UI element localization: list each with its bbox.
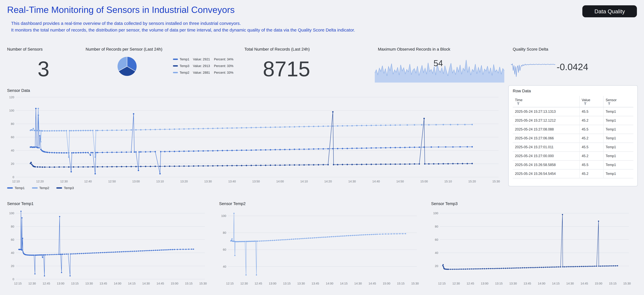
legend-label: Temp2 <box>39 186 50 190</box>
legend-name: Temp1 <box>180 57 193 61</box>
legend-swatch-temp3 <box>56 187 62 189</box>
value-label: Value: <box>193 71 202 75</box>
sensor-data-chart[interactable]: 02040608010012012:1012:2012:3012:4012:50… <box>4 95 503 184</box>
svg-text:12:20: 12:20 <box>36 180 44 183</box>
legend-swatch-temp1 <box>173 59 178 60</box>
filter-icon[interactable] <box>517 102 520 105</box>
value-label: Value: <box>193 57 202 61</box>
legend-swatch-temp3 <box>173 65 178 67</box>
svg-text:15:30: 15:30 <box>199 282 207 285</box>
legend-item-temp1[interactable]: Temp1 <box>7 186 25 190</box>
table-row[interactable]: 2025-05-24 15:27:13.131345.5Temp1 <box>513 107 633 116</box>
subtitle-line-2: It monitors the total number of records,… <box>11 28 355 32</box>
column-header-time[interactable]: Time <box>513 96 579 107</box>
svg-text:12:15: 12:15 <box>438 282 446 285</box>
svg-text:13:30: 13:30 <box>509 282 517 285</box>
records-per-sensor-pie-chart[interactable] <box>117 56 137 76</box>
data-quality-button[interactable]: Data Quality <box>582 5 637 17</box>
svg-text:14:50: 14:50 <box>396 180 404 183</box>
dashboard: Real-Time Monitoring of Sensors in Indus… <box>0 0 644 295</box>
sensor-temp1-chart[interactable]: 02040608010012:1512:3012:4513:0013:1513:… <box>4 207 209 286</box>
svg-text:80: 80 <box>223 231 226 234</box>
page-title: Real-Time Monitoring of Sensors in Indus… <box>7 5 235 15</box>
svg-text:13:15: 13:15 <box>71 282 79 285</box>
svg-text:13:00: 13:00 <box>57 282 64 285</box>
svg-text:14:15: 14:15 <box>552 282 560 285</box>
svg-text:13:30: 13:30 <box>297 282 305 285</box>
svg-text:15:00: 15:00 <box>595 282 602 285</box>
svg-text:100: 100 <box>221 214 226 217</box>
quality-delta-sparkline <box>511 63 555 78</box>
svg-text:0: 0 <box>12 277 14 281</box>
svg-text:60: 60 <box>435 238 438 241</box>
table-row[interactable]: 2025-05-24 15:27:08.08845.5Temp1 <box>513 125 633 134</box>
svg-text:14:00: 14:00 <box>326 282 334 285</box>
filter-icon[interactable] <box>584 102 587 105</box>
legend-item-temp2[interactable]: Temp2 <box>32 186 50 190</box>
svg-text:15:30: 15:30 <box>623 282 631 285</box>
svg-text:14:15: 14:15 <box>128 282 136 285</box>
legend-percent: 33% <box>227 71 234 75</box>
svg-text:12:45: 12:45 <box>466 282 474 285</box>
svg-text:13:00: 13:00 <box>481 282 488 285</box>
table-row[interactable]: 2025-05-24 15:27:06.06645.2Temp1 <box>513 134 633 143</box>
svg-text:40: 40 <box>223 265 226 268</box>
legend-item-temp1: Temp1 Value: 2921 Percent: 34% <box>173 57 238 61</box>
legend-swatch-temp2 <box>32 187 38 189</box>
svg-text:20: 20 <box>11 264 14 268</box>
column-header-sensor[interactable]: Sensor <box>603 96 633 107</box>
kpi-records-per-sensor-label: Number of Records per Sensor (Last 24h) <box>86 47 162 52</box>
sensor-temp1-title: Sensor Temp1 <box>7 201 34 206</box>
svg-text:14:30: 14:30 <box>142 282 150 285</box>
svg-text:14:00: 14:00 <box>538 282 546 285</box>
svg-text:20: 20 <box>11 162 14 165</box>
svg-text:15:00: 15:00 <box>383 282 390 285</box>
svg-text:15:30: 15:30 <box>492 180 500 183</box>
svg-text:80: 80 <box>435 225 438 228</box>
legend-value: 2881 <box>203 71 210 75</box>
svg-text:13:20: 13:20 <box>180 180 188 183</box>
svg-text:60: 60 <box>11 238 14 241</box>
percent-label: Percent: <box>214 71 226 75</box>
table-row[interactable]: 2025-05-24 15:27:12.121245.2Temp1 <box>513 116 633 125</box>
sensor-temp3-title: Sensor Temp3 <box>431 201 458 206</box>
percent-label: Percent: <box>214 64 226 68</box>
svg-text:100: 100 <box>9 212 14 215</box>
legend-item-temp3[interactable]: Temp3 <box>56 186 74 190</box>
column-header-value[interactable]: Value <box>579 96 603 107</box>
svg-text:13:15: 13:15 <box>495 282 503 285</box>
kpi-quality-delta-label: Quality Score Delta <box>513 47 548 52</box>
svg-text:12:45: 12:45 <box>42 282 50 285</box>
svg-text:15:15: 15:15 <box>609 282 616 285</box>
filter-icon[interactable] <box>608 102 610 105</box>
svg-text:13:45: 13:45 <box>100 282 107 285</box>
table-row[interactable]: 2025-05-24 15:27:01.01145.5Temp1 <box>513 143 633 152</box>
svg-text:13:45: 13:45 <box>524 282 531 285</box>
svg-text:40: 40 <box>435 251 438 254</box>
row-data-table: Time Value Sensor 2025-05-24 15:27:13.13… <box>513 96 633 178</box>
legend-percent: 34% <box>227 57 234 61</box>
sensor-temp2-title: Sensor Temp2 <box>219 201 246 206</box>
svg-text:20: 20 <box>435 264 438 268</box>
row-data-panel: Row Data Time Value Sensor 2025-05-24 15… <box>508 85 638 186</box>
legend-item-temp2: Temp2 Value: 2881 Percent: 33% <box>173 71 238 75</box>
svg-text:14:20: 14:20 <box>324 180 332 183</box>
sensor-temp3-chart[interactable]: 2040608010012:1512:3012:4513:0013:1513:3… <box>428 207 633 286</box>
legend-label: Temp1 <box>15 186 25 190</box>
svg-text:60: 60 <box>11 136 14 139</box>
kpi-quality-delta-value: -0.0424 <box>557 62 588 72</box>
svg-text:15:10: 15:10 <box>444 180 452 183</box>
svg-text:14:45: 14:45 <box>580 282 588 285</box>
legend-swatch-temp1 <box>7 187 13 189</box>
svg-text:13:30: 13:30 <box>85 282 93 285</box>
kpi-number-of-sensors-value: 3 <box>30 57 57 81</box>
kpi-number-of-sensors-label: Number of Sensors <box>7 47 42 52</box>
table-row[interactable]: 2025-05-24 15:26:54.545445.2Temp1 <box>513 169 633 178</box>
svg-text:12:15: 12:15 <box>14 282 22 285</box>
svg-text:14:00: 14:00 <box>276 180 284 183</box>
table-row[interactable]: 2025-05-24 15:27:00.00045.2Temp1 <box>513 152 633 161</box>
sensor-temp2-chart[interactable]: 40608010012:1512:3012:4513:0013:1513:301… <box>216 207 421 286</box>
legend-swatch-temp2 <box>173 72 178 73</box>
table-row[interactable]: 2025-05-24 15:26:58.585845.5Temp1 <box>513 161 633 169</box>
svg-text:12:30: 12:30 <box>28 282 36 285</box>
